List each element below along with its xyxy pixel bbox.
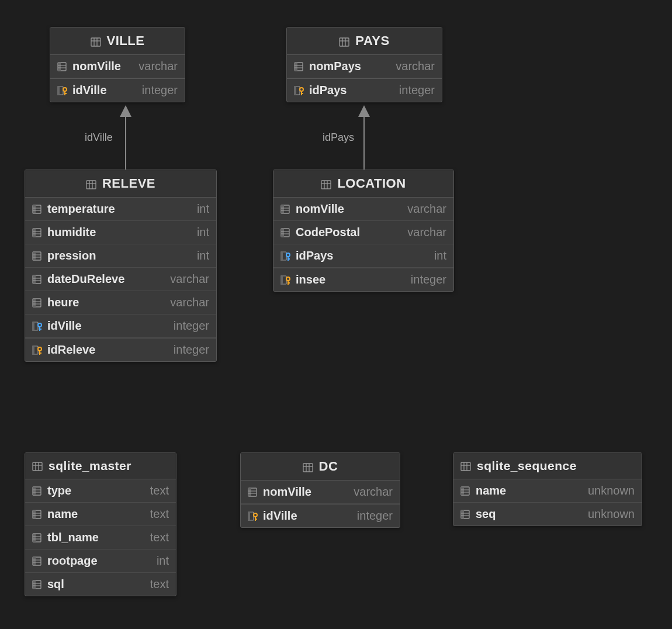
column-name: heure bbox=[47, 296, 79, 309]
column-row[interactable]: idVilleinteger bbox=[50, 78, 185, 102]
column-row[interactable]: idVilleinteger bbox=[25, 314, 216, 338]
column-type: integer bbox=[411, 273, 446, 286]
column-row[interactable]: nomVillevarchar bbox=[273, 198, 453, 221]
table-pays[interactable]: PAYS nomPaysvarcharidPaysinteger bbox=[286, 27, 442, 102]
column-type: text bbox=[150, 578, 169, 591]
column-icon bbox=[32, 556, 43, 566]
column-name: CodePostal bbox=[296, 226, 360, 239]
column-name: humidite bbox=[47, 226, 96, 239]
table-title: DC bbox=[319, 459, 338, 474]
column-icon bbox=[32, 298, 43, 308]
column-row[interactable]: dateDuRelevevarchar bbox=[25, 268, 216, 291]
column-row[interactable]: tbl_nametext bbox=[25, 526, 176, 549]
column-icon bbox=[32, 204, 43, 215]
column-type: varchar bbox=[170, 296, 209, 309]
column-row[interactable]: sqltext bbox=[25, 573, 176, 596]
table-title: RELEVE bbox=[102, 176, 155, 191]
column-name: idVille bbox=[263, 509, 297, 523]
column-row[interactable]: idPaysint bbox=[273, 244, 453, 268]
column-type: varchar bbox=[138, 60, 178, 73]
table-header-sqlite-master: sqlite_master bbox=[25, 453, 176, 479]
table-icon bbox=[460, 461, 471, 471]
column-icon bbox=[32, 579, 43, 590]
column-row[interactable]: idReleveinteger bbox=[25, 338, 216, 361]
column-name: idPays bbox=[309, 84, 347, 97]
column-name: name bbox=[476, 484, 506, 497]
column-icon bbox=[248, 487, 258, 497]
column-name: nomVille bbox=[296, 202, 344, 216]
column-type: varchar bbox=[407, 202, 446, 216]
table-sqlite-master[interactable]: sqlite_master typetextnametexttbl_namete… bbox=[25, 452, 176, 596]
column-row[interactable]: typetext bbox=[25, 479, 176, 503]
column-row[interactable]: rootpageint bbox=[25, 549, 176, 573]
table-header-sqlite-sequence: sqlite_sequence bbox=[453, 453, 642, 479]
column-icon bbox=[460, 486, 471, 496]
column-row[interactable]: nameunknown bbox=[453, 479, 642, 503]
column-row[interactable]: humiditeint bbox=[25, 221, 216, 244]
column-type: int bbox=[434, 249, 446, 262]
column-icon bbox=[294, 61, 304, 72]
column-type: varchar bbox=[354, 485, 393, 499]
column-row[interactable]: idVilleinteger bbox=[241, 504, 400, 527]
column-icon bbox=[32, 251, 43, 261]
column-icon bbox=[32, 274, 43, 285]
table-sqlite-sequence[interactable]: sqlite_sequence nameunknownsequnknown bbox=[453, 452, 642, 526]
column-name: nomPays bbox=[309, 60, 361, 73]
fk-label-idville: idVille bbox=[85, 132, 113, 144]
table-ville[interactable]: VILLE nomVillevarcharidVilleinteger bbox=[50, 27, 185, 102]
primary-key-icon bbox=[32, 345, 43, 355]
column-name: idVille bbox=[72, 84, 107, 97]
column-type: varchar bbox=[170, 272, 209, 286]
table-title: PAYS bbox=[355, 33, 389, 49]
column-row[interactable]: nomVillevarchar bbox=[50, 55, 185, 78]
column-type: text bbox=[150, 507, 169, 521]
primary-key-icon bbox=[294, 85, 304, 96]
column-type: int bbox=[197, 226, 209, 239]
column-row[interactable]: nomVillevarchar bbox=[241, 481, 400, 504]
foreign-key-icon bbox=[280, 251, 291, 261]
table-title: sqlite_master bbox=[49, 459, 131, 473]
column-name: insee bbox=[296, 273, 325, 286]
table-icon bbox=[32, 461, 43, 471]
column-name: rootpage bbox=[47, 554, 98, 568]
table-header-location: LOCATION bbox=[273, 170, 453, 198]
column-type: integer bbox=[174, 319, 209, 333]
column-type: varchar bbox=[396, 60, 435, 73]
column-row[interactable]: pressionint bbox=[25, 244, 216, 268]
primary-key-icon bbox=[280, 275, 291, 285]
column-type: int bbox=[157, 554, 169, 568]
table-icon bbox=[339, 36, 349, 46]
fk-label-idpays: idPays bbox=[323, 132, 354, 144]
column-row[interactable]: heurevarchar bbox=[25, 291, 216, 314]
column-row[interactable]: sequnknown bbox=[453, 503, 642, 526]
column-icon bbox=[280, 227, 291, 238]
column-name: sql bbox=[47, 578, 64, 591]
column-type: text bbox=[150, 484, 169, 497]
table-header-ville: VILLE bbox=[50, 27, 185, 55]
column-type: integer bbox=[399, 84, 435, 97]
column-name: pression bbox=[47, 249, 96, 262]
column-row[interactable]: idPaysinteger bbox=[287, 78, 442, 102]
table-header-releve: RELEVE bbox=[25, 170, 216, 198]
column-row[interactable]: temperatureint bbox=[25, 198, 216, 221]
foreign-key-icon bbox=[32, 321, 43, 331]
table-dc[interactable]: DC nomVillevarcharidVilleinteger bbox=[240, 452, 400, 528]
column-icon bbox=[460, 509, 471, 520]
column-row[interactable]: nametext bbox=[25, 503, 176, 526]
table-header-pays: PAYS bbox=[287, 27, 442, 55]
column-type: integer bbox=[174, 343, 209, 357]
column-row[interactable]: nomPaysvarchar bbox=[287, 55, 442, 78]
column-icon bbox=[32, 486, 43, 496]
column-name: seq bbox=[476, 507, 496, 521]
table-icon bbox=[303, 461, 313, 472]
column-name: idPays bbox=[296, 249, 333, 262]
column-name: nomVille bbox=[263, 485, 311, 499]
table-location[interactable]: LOCATION nomVillevarcharCodePostalvarcha… bbox=[273, 170, 454, 292]
column-row[interactable]: CodePostalvarchar bbox=[273, 221, 453, 244]
column-name: tbl_name bbox=[47, 531, 99, 544]
column-row[interactable]: inseeinteger bbox=[273, 268, 453, 291]
table-icon bbox=[91, 36, 101, 46]
table-releve[interactable]: RELEVE temperatureinthumiditeintpression… bbox=[25, 170, 217, 362]
primary-key-icon bbox=[57, 85, 68, 96]
column-type: int bbox=[197, 249, 209, 262]
